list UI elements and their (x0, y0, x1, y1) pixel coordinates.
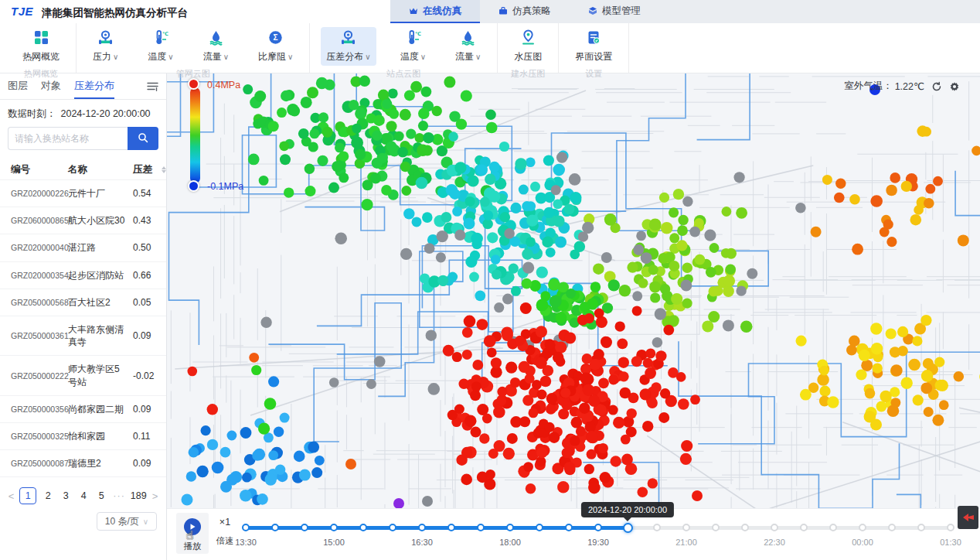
toolbar-item[interactable]: 压力∨ (87, 27, 124, 66)
station-dot[interactable] (318, 112, 328, 122)
station-dot[interactable] (403, 208, 414, 219)
station-dot[interactable] (502, 294, 513, 305)
station-dot[interactable] (852, 244, 863, 255)
station-dot[interactable] (871, 343, 883, 354)
station-dot[interactable] (422, 496, 433, 507)
station-dot[interactable] (488, 449, 499, 459)
station-dot[interactable] (461, 474, 472, 486)
station-dot[interactable] (618, 357, 629, 368)
station-dot[interactable] (638, 487, 648, 498)
station-dot[interactable] (632, 306, 642, 316)
station-dot[interactable] (645, 367, 656, 379)
toolbar-item[interactable]: ℃温度∨ (142, 27, 179, 66)
station-dot[interactable] (503, 448, 515, 459)
station-dot[interactable] (464, 415, 477, 427)
nav-tab-3[interactable]: 模型管理 (570, 0, 659, 23)
station-dot[interactable] (601, 336, 612, 348)
station-dot[interactable] (464, 316, 476, 328)
station-dot[interactable] (456, 118, 467, 129)
station-dot[interactable] (479, 433, 489, 443)
station-dot[interactable] (522, 248, 533, 260)
panel-tab-压差分布[interactable]: 压差分布 (74, 73, 114, 99)
station-dot[interactable] (452, 207, 462, 217)
station-dot[interactable] (510, 377, 520, 388)
station-dot[interactable] (621, 435, 631, 445)
station-dot[interactable] (608, 279, 620, 291)
page-number-2[interactable]: 2 (42, 490, 54, 501)
station-dot[interactable] (188, 367, 198, 377)
station-dot[interactable] (796, 336, 807, 347)
station-dot[interactable] (465, 196, 475, 207)
station-dot[interactable] (308, 142, 318, 152)
timeline-dot[interactable] (888, 524, 896, 531)
station-dot[interactable] (437, 275, 448, 286)
station-dot[interactable] (366, 379, 376, 389)
station-dot[interactable] (608, 375, 618, 385)
station-dot[interactable] (925, 184, 935, 194)
station-dot[interactable] (647, 398, 658, 408)
station-dot[interactable] (954, 371, 965, 382)
table-row[interactable]: GRZ050000325怡和家园0.11 (0, 423, 166, 450)
next-page-button[interactable]: > (152, 490, 158, 502)
station-dot[interactable] (355, 149, 366, 160)
station-dot[interactable] (201, 425, 211, 435)
station-dot[interactable] (382, 99, 392, 109)
station-dot[interactable] (412, 217, 422, 227)
station-dot[interactable] (301, 97, 312, 108)
station-dot[interactable] (461, 90, 472, 101)
station-dot[interactable] (544, 339, 555, 350)
station-dot[interactable] (249, 353, 259, 363)
station-dot[interactable] (564, 332, 576, 343)
station-dot[interactable] (897, 326, 908, 337)
station-dot[interactable] (886, 328, 897, 339)
station-dot[interactable] (834, 193, 845, 203)
station-dot[interactable] (349, 100, 359, 111)
station-dot[interactable] (971, 146, 980, 156)
station-dot[interactable] (522, 262, 534, 274)
station-dot[interactable] (621, 454, 633, 466)
station-dot[interactable] (477, 165, 488, 176)
station-dot[interactable] (264, 398, 277, 410)
station-dot[interactable] (736, 285, 746, 295)
station-dot[interactable] (725, 264, 736, 275)
station-dot[interactable] (680, 453, 692, 465)
station-dot[interactable] (465, 256, 477, 268)
station-dot[interactable] (416, 177, 428, 190)
station-dot[interactable] (545, 422, 555, 432)
station-dot[interactable] (921, 127, 931, 137)
station-dot[interactable] (890, 347, 900, 357)
station-dot[interactable] (870, 323, 882, 334)
station-dot[interactable] (339, 172, 349, 183)
station-dot[interactable] (483, 210, 493, 220)
station-dot[interactable] (677, 225, 688, 236)
timeline-dot[interactable] (242, 524, 250, 531)
station-dot[interactable] (220, 481, 232, 493)
station-dot[interactable] (462, 350, 472, 360)
station-dot[interactable] (426, 330, 437, 341)
station-dot[interactable] (294, 451, 305, 463)
filter-icon[interactable] (147, 73, 158, 99)
station-dot[interactable] (819, 386, 830, 397)
station-dot[interactable] (557, 481, 569, 493)
station-dot[interactable] (275, 465, 285, 475)
station-dot[interactable] (811, 227, 822, 237)
station-dot[interactable] (890, 364, 903, 377)
station-dot[interactable] (932, 415, 944, 426)
station-dot[interactable] (268, 450, 278, 460)
station-dot[interactable] (510, 203, 521, 213)
table-row[interactable]: GRZ050000356尚都家园二期0.09 (0, 396, 166, 423)
station-dot[interactable] (669, 261, 679, 271)
timeline-dot[interactable] (712, 524, 720, 531)
station-dot[interactable] (553, 199, 563, 209)
station-dot[interactable] (632, 291, 642, 301)
station-dot[interactable] (549, 432, 560, 443)
station-dot[interactable] (555, 341, 567, 353)
station-dot[interactable] (627, 408, 637, 418)
station-dot[interactable] (207, 439, 218, 450)
station-dot[interactable] (494, 302, 504, 312)
station-dot[interactable] (849, 336, 860, 347)
toolbar-item[interactable]: Σ比摩阻∨ (253, 27, 298, 66)
table-row[interactable]: GRZ020000354起步区消防站0.66 (0, 262, 166, 289)
station-dot[interactable] (569, 173, 581, 186)
station-dot[interactable] (566, 289, 576, 299)
